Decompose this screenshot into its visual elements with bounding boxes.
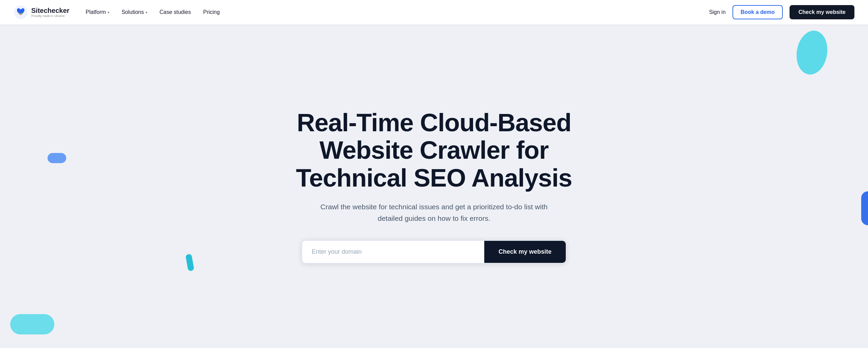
chevron-down-icon: ▾	[108, 11, 109, 14]
check-website-nav-button[interactable]: Check my website	[790, 5, 854, 19]
chevron-down-icon: ▾	[146, 11, 147, 14]
nav-links: Platform ▾ Solutions ▾ Case studies Pric…	[86, 9, 220, 15]
decorative-blob-cyan-small	[185, 254, 194, 271]
navbar-left: Sitechecker Proudly made in Ukraine Plat…	[14, 5, 220, 19]
hero-section: Real-Time Cloud-Based Website Crawler fo…	[0, 0, 868, 348]
navbar-right: Sign in Book a demo Check my website	[709, 5, 854, 19]
logo-tagline: Proudly made in Ukraine	[31, 14, 69, 18]
hero-content: Real-Time Cloud-Based Website Crawler fo…	[247, 109, 621, 264]
nav-link-solutions[interactable]: Solutions ▾	[122, 9, 147, 15]
decorative-blob-blue-right	[861, 191, 868, 225]
sitechecker-logo-icon	[14, 5, 28, 19]
decorative-blob-blue-left	[48, 153, 66, 163]
domain-input[interactable]	[302, 241, 484, 263]
decorative-blob-cyan-bottom-left	[10, 314, 54, 334]
hero-subtitle: Crawl the website for technical issues a…	[308, 201, 560, 224]
hero-title: Real-Time Cloud-Based Website Crawler fo…	[261, 109, 607, 192]
nav-link-pricing[interactable]: Pricing	[203, 9, 220, 15]
decorative-blob-cyan-top-right	[792, 27, 833, 78]
logo[interactable]: Sitechecker Proudly made in Ukraine	[14, 5, 69, 19]
book-demo-button[interactable]: Book a demo	[733, 5, 783, 19]
logo-name: Sitechecker	[31, 7, 69, 14]
nav-link-case-studies[interactable]: Case studies	[160, 9, 191, 15]
domain-search-bar: Check my website	[302, 240, 566, 264]
check-website-hero-button[interactable]: Check my website	[484, 241, 566, 263]
logo-text-group: Sitechecker Proudly made in Ukraine	[31, 7, 69, 18]
nav-link-platform[interactable]: Platform ▾	[86, 9, 109, 15]
navbar: Sitechecker Proudly made in Ukraine Plat…	[0, 0, 868, 24]
sign-in-button[interactable]: Sign in	[709, 9, 726, 15]
